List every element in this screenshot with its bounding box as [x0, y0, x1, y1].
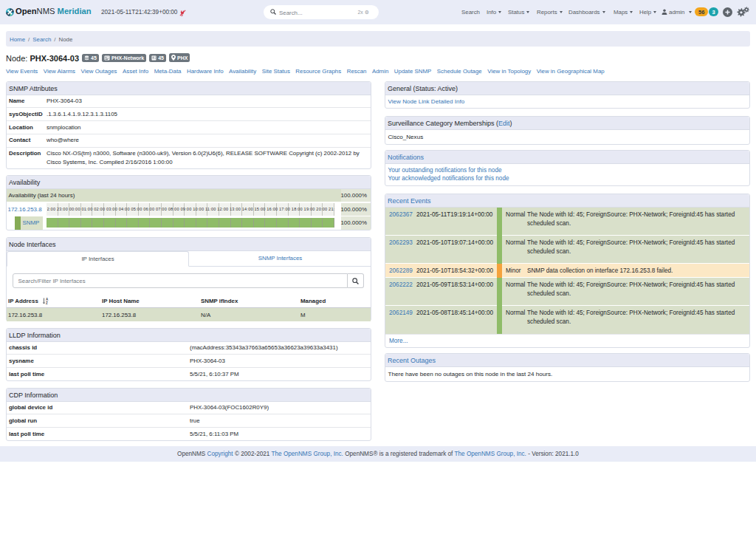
- svg-text:A: A: [46, 298, 49, 301]
- svg-text:Z: Z: [46, 301, 48, 304]
